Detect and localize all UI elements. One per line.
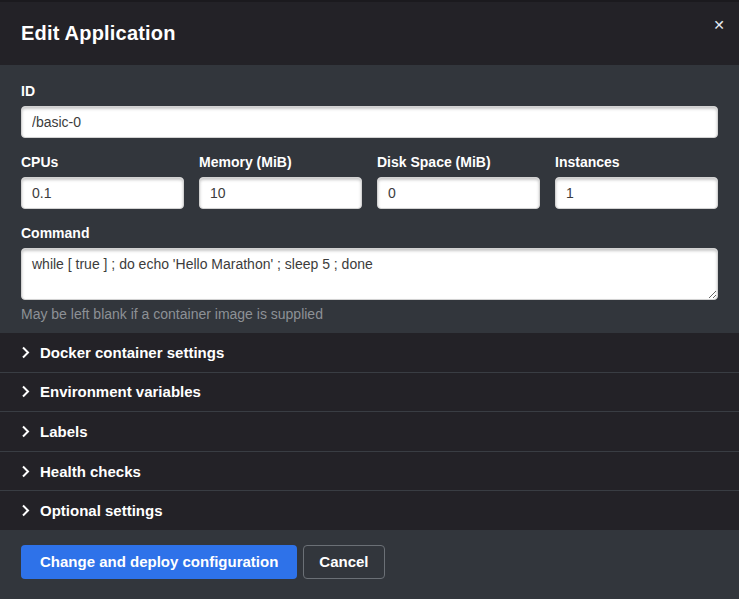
section-docker-container-settings[interactable]: Docker container settings <box>0 333 739 372</box>
chevron-right-icon <box>21 425 30 438</box>
disk-space-label: Disk Space (MiB) <box>377 154 540 170</box>
section-optional-settings[interactable]: Optional settings <box>0 490 739 530</box>
section-title: Docker container settings <box>40 344 224 361</box>
section-title: Health checks <box>40 463 141 480</box>
command-label: Command <box>21 225 718 241</box>
section-environment-variables[interactable]: Environment variables <box>0 372 739 412</box>
id-input[interactable] <box>21 106 718 138</box>
edit-application-modal: Edit Application ✕ ID CPUs Memory (MiB) … <box>0 0 739 599</box>
cpus-input[interactable] <box>21 177 184 209</box>
collapsible-sections: Docker container settings Environment va… <box>0 333 739 530</box>
disk-space-field: Disk Space (MiB) <box>377 154 540 209</box>
section-health-checks[interactable]: Health checks <box>0 451 739 491</box>
modal-footer: Change and deploy configuration Cancel <box>0 530 739 599</box>
command-textarea[interactable]: while [ true ] ; do echo 'Hello Marathon… <box>21 248 718 300</box>
memory-field: Memory (MiB) <box>199 154 362 209</box>
chevron-right-icon <box>21 346 30 359</box>
cpus-field: CPUs <box>21 154 184 209</box>
instances-input[interactable] <box>555 177 718 209</box>
modal-title: Edit Application <box>21 22 176 45</box>
command-help-text: May be left blank if a container image i… <box>21 306 718 322</box>
modal-header: Edit Application ✕ <box>0 0 739 65</box>
instances-field: Instances <box>555 154 718 209</box>
chevron-right-icon <box>21 385 30 398</box>
section-labels[interactable]: Labels <box>0 411 739 451</box>
section-title: Environment variables <box>40 383 201 400</box>
instances-label: Instances <box>555 154 718 170</box>
chevron-right-icon <box>21 465 30 478</box>
id-label: ID <box>21 83 718 99</box>
application-form: ID CPUs Memory (MiB) Disk Space (MiB) In… <box>0 65 739 333</box>
disk-space-input[interactable] <box>377 177 540 209</box>
memory-input[interactable] <box>199 177 362 209</box>
resources-row: CPUs Memory (MiB) Disk Space (MiB) Insta… <box>21 154 718 209</box>
section-title: Labels <box>40 423 88 440</box>
cpus-label: CPUs <box>21 154 184 170</box>
command-field: Command while [ true ] ; do echo 'Hello … <box>21 225 718 322</box>
section-title: Optional settings <box>40 502 163 519</box>
close-icon[interactable]: ✕ <box>713 18 725 32</box>
memory-label: Memory (MiB) <box>199 154 362 170</box>
change-and-deploy-button[interactable]: Change and deploy configuration <box>21 545 297 579</box>
id-field: ID <box>21 83 718 138</box>
cancel-button[interactable]: Cancel <box>303 545 384 579</box>
chevron-right-icon <box>21 504 30 517</box>
